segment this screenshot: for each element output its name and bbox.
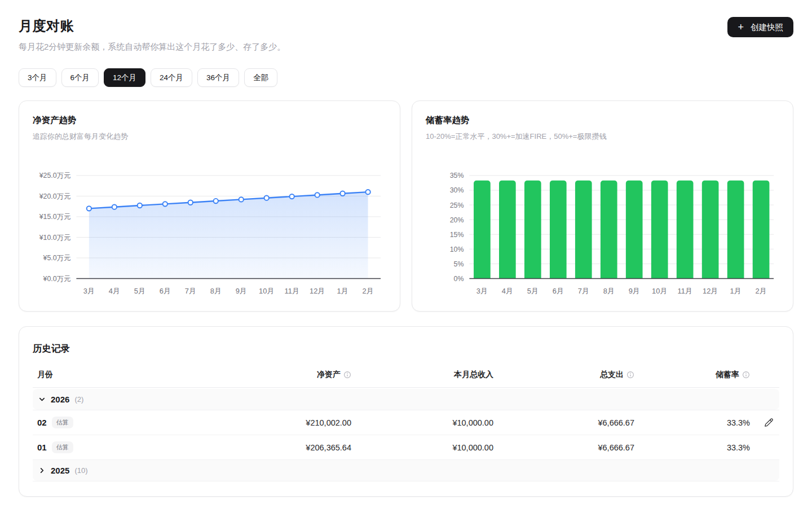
edit-cell (750, 417, 775, 428)
svg-text:11月: 11月 (678, 287, 692, 295)
estimate-badge: 估算 (52, 417, 73, 428)
history-body: 2026(2)02估算¥210,002.00¥10,000.00¥6,666.6… (33, 389, 779, 481)
filter-button-0[interactable]: 3个月 (19, 68, 56, 87)
line-chart-svg: ¥0.0万元¥5.0万元¥10.0万元¥15.0万元¥20.0万元¥25.0万元… (33, 170, 386, 297)
column-label: 总支出 (600, 370, 624, 380)
column-label: 储蓄率 (716, 370, 739, 380)
table-row-2026-01: 01估算¥206,365.64¥10,000.00¥6,666.6733.3% (33, 435, 779, 459)
charts-row: 净资产趋势 追踪你的总财富每月变化趋势 ¥0.0万元¥5.0万元¥10.0万元¥… (19, 100, 793, 312)
svg-text:9月: 9月 (236, 287, 247, 295)
month-label: 02 (37, 418, 47, 427)
svg-text:¥10.0万元: ¥10.0万元 (39, 234, 71, 242)
svg-text:5%: 5% (454, 260, 464, 268)
info-icon (742, 371, 750, 379)
svg-text:1月: 1月 (337, 287, 348, 295)
filter-button-4[interactable]: 36个月 (197, 68, 239, 87)
svg-text:15%: 15% (450, 231, 464, 239)
svg-text:5月: 5月 (527, 287, 539, 295)
svg-text:11月: 11月 (285, 287, 299, 295)
filter-button-2[interactable]: 12个月 (104, 68, 145, 87)
column-header-1: 净资产 (230, 370, 351, 380)
income-value: ¥10,000.00 (351, 418, 493, 427)
income-value: ¥10,000.00 (351, 443, 493, 452)
svg-text:12月: 12月 (310, 287, 325, 295)
period-filter-group: 3个月6个月12个月24个月36个月全部 (19, 68, 793, 87)
svg-text:30%: 30% (450, 186, 464, 194)
svg-text:0%: 0% (454, 275, 464, 283)
history-header: 月份净资产本月总收入总支出储蓄率 (33, 370, 779, 388)
column-header-4: 储蓄率 (634, 370, 750, 380)
svg-text:4月: 4月 (109, 287, 120, 295)
info-icon (626, 371, 634, 379)
svg-text:7月: 7月 (578, 287, 589, 295)
svg-text:20%: 20% (450, 216, 464, 224)
group-count: (2) (74, 395, 83, 404)
expense-value: ¥6,666.67 (493, 418, 634, 427)
chevron-down-icon (38, 396, 46, 403)
svg-text:¥20.0万元: ¥20.0万元 (39, 192, 71, 200)
svg-text:35%: 35% (450, 172, 464, 179)
month-label: 01 (37, 443, 47, 452)
create-snapshot-button[interactable]: + 创建快照 (727, 17, 793, 37)
plus-icon: + (738, 22, 744, 32)
net-worth-value: ¥206,365.64 (230, 443, 351, 452)
info-icon (343, 371, 351, 379)
header-text: 月度对账 每月花2分钟更新余额，系统自动帮你算出这个月花了多少、存了多少。 (19, 17, 285, 52)
savings-rate-bar-chart: 0%5%10%15%20%25%30%35%3月4月5月6月7月8月9月10月1… (426, 170, 779, 297)
group-year: 2026 (51, 395, 69, 404)
history-title: 历史记录 (33, 343, 779, 355)
table-bottom-divider (33, 481, 779, 481)
create-snapshot-label: 创建快照 (751, 22, 783, 33)
svg-text:5月: 5月 (134, 287, 145, 295)
column-label: 月份 (37, 370, 53, 380)
svg-text:2月: 2月 (363, 287, 374, 295)
savings-rate-chart-subtitle: 10-20%=正常水平，30%+=加速FIRE，50%+=极限攒钱 (426, 132, 779, 142)
svg-text:10月: 10月 (259, 287, 274, 295)
filter-button-3[interactable]: 24个月 (151, 68, 192, 87)
svg-text:10%: 10% (450, 246, 464, 253)
page-subtitle: 每月花2分钟更新余额，系统自动帮你算出这个月花了多少、存了多少。 (19, 42, 285, 52)
svg-text:3月: 3月 (476, 287, 488, 295)
svg-text:9月: 9月 (629, 287, 640, 295)
svg-text:8月: 8月 (210, 287, 222, 295)
savings-rate-value: 33.3% (634, 418, 750, 427)
savings-rate-value: 33.3% (634, 443, 750, 452)
svg-text:3月: 3月 (83, 287, 95, 295)
svg-text:8月: 8月 (603, 287, 615, 295)
bar-chart-svg: 0%5%10%15%20%25%30%35%3月4月5月6月7月8月9月10月1… (426, 170, 779, 297)
estimate-badge: 估算 (52, 441, 73, 453)
svg-text:4月: 4月 (502, 287, 513, 295)
net-worth-card: 净资产趋势 追踪你的总财富每月变化趋势 ¥0.0万元¥5.0万元¥10.0万元¥… (19, 100, 400, 312)
svg-text:12月: 12月 (703, 287, 718, 295)
svg-text:25%: 25% (450, 202, 464, 209)
svg-text:1月: 1月 (730, 287, 742, 295)
year-group-row-2025[interactable]: 2025(10) (33, 459, 779, 481)
svg-text:2月: 2月 (756, 287, 767, 295)
net-worth-chart-title: 净资产趋势 (33, 115, 386, 126)
column-label: 本月总收入 (454, 370, 493, 380)
year-group-row-2026[interactable]: 2026(2) (33, 389, 779, 410)
history-card: 历史记录 月份净资产本月总收入总支出储蓄率 2026(2)02估算¥210,00… (19, 326, 793, 497)
column-header-3: 总支出 (493, 370, 634, 380)
svg-text:¥5.0万元: ¥5.0万元 (43, 254, 71, 262)
filter-button-5[interactable]: 全部 (244, 68, 277, 87)
svg-text:6月: 6月 (553, 287, 564, 295)
svg-text:10月: 10月 (652, 287, 667, 295)
column-header-2: 本月总收入 (351, 370, 493, 380)
page-header: 月度对账 每月花2分钟更新余额，系统自动帮你算出这个月花了多少、存了多少。 + … (19, 17, 793, 52)
net-worth-chart-subtitle: 追踪你的总财富每月变化趋势 (33, 132, 386, 142)
expense-value: ¥6,666.67 (493, 443, 634, 452)
page-title: 月度对账 (19, 17, 285, 35)
column-header-0: 月份 (37, 370, 230, 380)
svg-text:¥0.0万元: ¥0.0万元 (43, 275, 71, 283)
svg-text:¥15.0万元: ¥15.0万元 (39, 213, 71, 221)
net-worth-line-chart: ¥0.0万元¥5.0万元¥10.0万元¥15.0万元¥20.0万元¥25.0万元… (33, 170, 386, 297)
svg-text:7月: 7月 (185, 287, 196, 295)
svg-text:¥25.0万元: ¥25.0万元 (39, 172, 71, 179)
pencil-icon (764, 418, 774, 427)
group-year: 2025 (51, 466, 69, 475)
group-count: (10) (74, 466, 87, 475)
edit-row-button[interactable] (763, 417, 775, 428)
filter-button-1[interactable]: 6个月 (61, 68, 99, 87)
table-row-2026-02: 02估算¥210,002.00¥10,000.00¥6,666.6733.3% (33, 410, 779, 435)
